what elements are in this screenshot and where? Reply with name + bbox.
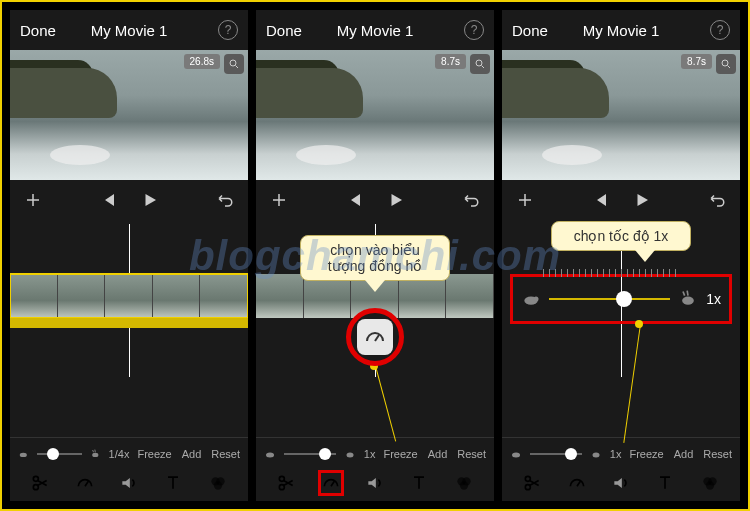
speed-mini-slider[interactable] [37,453,82,455]
reset-button[interactable]: Reset [457,448,486,460]
scissors-icon[interactable] [273,470,299,496]
done-button[interactable]: Done [266,22,302,39]
video-preview: 8.7s [502,50,740,180]
done-button[interactable]: Done [512,22,548,39]
add-button[interactable]: Add [182,448,202,460]
timeline[interactable] [10,224,248,437]
timeline[interactable]: chọn tốc độ 1x 1x [502,224,740,437]
add-media-icon[interactable] [516,191,534,213]
speed-slider[interactable] [549,298,670,300]
freeze-button[interactable]: Freeze [383,448,417,460]
reset-button[interactable]: Reset [703,448,732,460]
add-media-icon[interactable] [270,191,288,213]
svg-point-13 [266,452,274,457]
turtle-icon [510,447,522,461]
play-icon[interactable] [141,191,159,213]
project-title: My Movie 1 [337,22,414,39]
svg-line-11 [482,66,485,69]
scissors-icon[interactable] [519,470,545,496]
svg-point-20 [460,481,468,489]
slider-thumb[interactable] [616,291,632,307]
speed-button-highlight[interactable]: chọn vào biểu tượng đồng hồ [346,308,404,366]
connector-dot [635,320,643,328]
skip-back-icon[interactable] [99,191,117,213]
screen-2: Done My Movie 1 ? 8.7s chọn vào biểu tượ… [256,10,494,501]
project-title: My Movie 1 [91,22,168,39]
speed-mini-slider[interactable] [284,453,336,455]
video-preview: 8.7s [256,50,494,180]
zoom-icon[interactable] [716,54,736,74]
toolbar: 1/4x Freeze Add Reset [10,437,248,501]
duration-badge: 8.7s [435,54,466,69]
add-media-icon[interactable] [24,191,42,213]
callout-speed-icon: chọn vào biểu tượng đồng hồ [300,235,450,281]
clip-row[interactable] [10,274,248,318]
skip-back-icon[interactable] [345,191,363,213]
add-button[interactable]: Add [428,448,448,460]
transport-bar [10,180,248,224]
text-icon[interactable] [406,470,432,496]
filters-icon[interactable] [205,470,231,496]
svg-point-33 [706,481,714,489]
topbar: Done My Movie 1 ? [10,10,248,50]
svg-point-3 [92,453,98,457]
filters-icon[interactable] [451,470,477,496]
screen-1: Done My Movie 1 ? 26.8s [10,10,248,501]
freeze-button[interactable]: Freeze [629,448,663,460]
svg-line-17 [331,481,334,486]
undo-icon[interactable] [462,191,480,213]
play-icon[interactable] [633,191,651,213]
svg-point-14 [346,452,353,457]
undo-icon[interactable] [216,191,234,213]
speedometer-icon[interactable] [318,470,344,496]
volume-icon[interactable] [116,470,142,496]
turtle-icon [18,447,29,461]
timeline[interactable]: chọn vào biểu tượng đồng hồ [256,224,494,437]
add-button[interactable]: Add [674,448,694,460]
speed-slider-highlight[interactable]: chọn tốc độ 1x 1x [510,274,732,324]
help-icon[interactable]: ? [710,20,730,40]
connector-line [375,366,396,442]
text-icon[interactable] [160,470,186,496]
text-icon[interactable] [652,470,678,496]
undo-icon[interactable] [708,191,726,213]
callout-speed-1x: chọn tốc độ 1x [551,221,691,251]
turtle-icon [521,289,541,309]
help-icon[interactable]: ? [464,20,484,40]
speedometer-icon[interactable] [564,470,590,496]
freeze-button[interactable]: Freeze [137,448,171,460]
skip-back-icon[interactable] [591,191,609,213]
speedometer-icon[interactable] [72,470,98,496]
help-icon[interactable]: ? [218,20,238,40]
filters-icon[interactable] [697,470,723,496]
svg-point-24 [534,297,539,302]
zoom-icon[interactable] [224,54,244,74]
zoom-icon[interactable] [470,54,490,74]
speed-value: 1x [364,448,376,460]
svg-point-0 [230,60,236,66]
svg-point-2 [20,453,27,457]
speed-strip: 1/4x Freeze Add Reset [18,442,240,466]
speed-value: 1/4x [109,448,130,460]
svg-line-6 [85,481,88,486]
svg-point-25 [682,297,694,305]
slider-ticks [543,269,679,277]
scissors-icon[interactable] [27,470,53,496]
video-preview: 26.8s [10,50,248,180]
volume-icon[interactable] [608,470,634,496]
play-icon[interactable] [387,191,405,213]
duration-badge: 8.7s [681,54,712,69]
duration-badge: 26.8s [184,54,220,69]
speed-mini-slider[interactable] [530,453,582,455]
reset-button[interactable]: Reset [211,448,240,460]
svg-line-30 [577,481,580,486]
volume-icon[interactable] [362,470,388,496]
svg-line-1 [236,66,239,69]
svg-point-9 [214,481,222,489]
rabbit-icon [90,447,101,461]
done-button[interactable]: Done [20,22,56,39]
rabbit-icon [344,447,356,461]
svg-point-26 [512,452,520,457]
svg-point-27 [592,452,599,457]
connector-line [623,324,641,443]
